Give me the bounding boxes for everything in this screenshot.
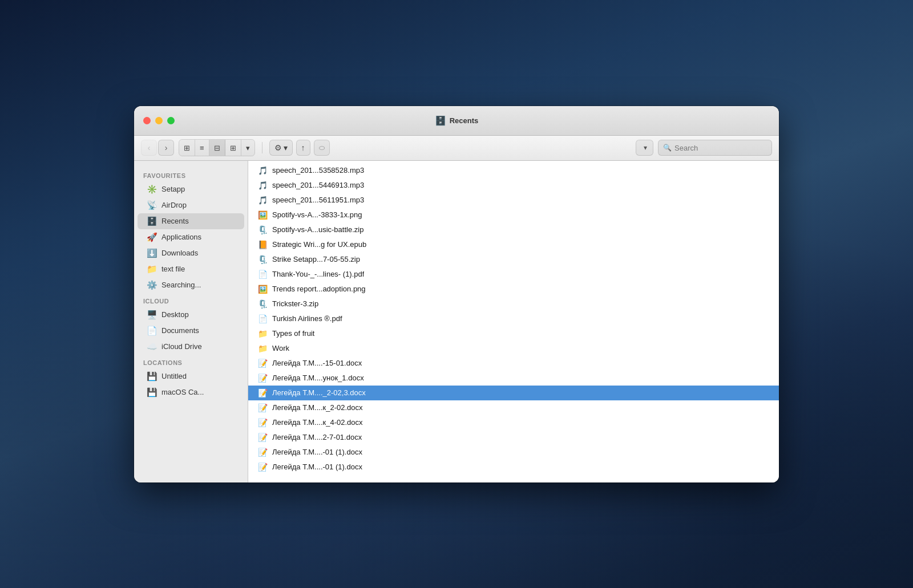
file-item[interactable]: 🖼️Trends report...adoption.png xyxy=(248,282,779,297)
nav-buttons: ‹ › xyxy=(141,140,174,156)
sort-button[interactable]: ▾ xyxy=(636,140,653,156)
close-button[interactable] xyxy=(143,117,151,124)
sidebar-item-textfile[interactable]: 📁 text file xyxy=(138,261,244,277)
file-name: Work xyxy=(272,344,289,352)
window-controls xyxy=(143,117,175,124)
file-icon: 🎵 xyxy=(257,195,268,205)
file-item[interactable]: 🗜️Trickster-3.zip xyxy=(248,297,779,311)
icloud-drive-icon: ☁️ xyxy=(147,342,157,352)
sidebar-item-icloud-drive[interactable]: ☁️ iCloud Drive xyxy=(138,339,244,355)
view-gallery-button[interactable]: ⊞ xyxy=(225,140,241,156)
view-column-button[interactable]: ⊟ xyxy=(209,140,225,156)
file-icon: 📝 xyxy=(257,462,268,472)
maximize-button[interactable] xyxy=(167,117,175,124)
file-item[interactable]: 📝Легейда Т.М....-15-01.docx xyxy=(248,356,779,371)
file-name: Strike Setapp...7-05-55.zip xyxy=(272,255,360,263)
sidebar-item-searching[interactable]: ⚙️ Searching... xyxy=(138,277,244,293)
sidebar-item-desktop[interactable]: 🖥️ Desktop xyxy=(138,307,244,323)
file-item[interactable]: 📁Work xyxy=(248,341,779,356)
file-item[interactable]: 📝Легейда Т.М....-01 (1).docx xyxy=(248,460,779,475)
minimize-button[interactable] xyxy=(155,117,163,124)
search-box[interactable]: 🔍 xyxy=(658,140,772,156)
file-item[interactable]: 🎵speech_201...5446913.mp3 xyxy=(248,178,779,193)
documents-icon: 📄 xyxy=(147,326,157,336)
file-name: Легейда Т.М...._2-02,3.docx xyxy=(272,388,366,397)
file-name: speech_201...5446913.mp3 xyxy=(272,181,364,189)
file-name: Легейда Т.М....унок_1.docx xyxy=(272,374,364,382)
share-icon: ↑ xyxy=(301,143,305,152)
file-name: Легейда Т.М....2-7-01.docx xyxy=(272,433,362,441)
sidebar-item-airdrop[interactable]: 📡 AirDrop xyxy=(138,197,244,213)
forward-button[interactable]: › xyxy=(158,140,174,156)
file-item[interactable]: 📝Легейда Т.М....к_2-02.docx xyxy=(248,400,779,415)
file-name: Легейда Т.М....к_4-02.docx xyxy=(272,418,363,427)
file-name: Легейда Т.М....-01 (1).docx xyxy=(272,463,362,471)
file-item[interactable]: 📝Легейда Т.М....-01 (1).docx xyxy=(248,445,779,460)
file-item[interactable]: 🎵speech_201...5611951.mp3 xyxy=(248,193,779,208)
file-item[interactable]: 🖼️Spotify-vs-A...-3833-1x.png xyxy=(248,208,779,222)
title-bar: 🗄️ Recents xyxy=(134,106,779,136)
search-icon: 🔍 xyxy=(663,144,672,152)
sidebar-item-setapp[interactable]: ✳️ Setapp xyxy=(138,181,244,197)
file-icon: 📁 xyxy=(257,329,268,339)
column-icon: ⊟ xyxy=(214,144,220,152)
file-item[interactable]: 📄Turkish Airlines ®.pdf xyxy=(248,311,779,326)
view-list-button[interactable]: ≡ xyxy=(195,140,209,156)
file-icon: 📝 xyxy=(257,417,268,428)
sidebar-item-macos-label: macOS Ca... xyxy=(161,388,204,396)
view-buttons: ⊞ ≡ ⊟ ⊞ ▾ xyxy=(179,139,255,156)
airdrop-icon: 📡 xyxy=(147,200,157,210)
file-icon: 🎵 xyxy=(257,180,268,190)
file-item[interactable]: 📁Types of fruit xyxy=(248,326,779,341)
file-name: Легейда Т.М....-01 (1).docx xyxy=(272,448,362,456)
sidebar-item-macos[interactable]: 💾 macOS Ca... xyxy=(138,384,244,400)
file-icon: 📝 xyxy=(257,358,268,368)
file-item[interactable]: 📝Легейда Т.М....унок_1.docx xyxy=(248,371,779,386)
grid-icon: ⊞ xyxy=(184,144,190,152)
file-name: Strategic Wri...g for UX.epub xyxy=(272,240,366,249)
file-name: Spotify-vs-A...usic-battle.zip xyxy=(272,225,363,234)
sidebar-item-downloads-label: Downloads xyxy=(161,249,198,257)
toolbar: ‹ › ⊞ ≡ ⊟ ⊞ ▾ ⚙ xyxy=(134,136,779,161)
action-buttons: ⚙ ▾ ↑ ⬭ xyxy=(269,140,330,156)
file-item[interactable]: 📄Thank-You-_-...lines- (1).pdf xyxy=(248,267,779,282)
sort-chevron: ▾ xyxy=(644,144,647,152)
tag-button[interactable]: ⬭ xyxy=(314,140,330,156)
file-item[interactable]: 📝Легейда Т.М...._2-02,3.docx xyxy=(248,386,779,400)
back-icon: ‹ xyxy=(148,143,151,152)
file-icon: 📝 xyxy=(257,447,268,457)
file-item[interactable]: 🎵speech_201...5358528.mp3 xyxy=(248,163,779,178)
sidebar-item-downloads[interactable]: ⬇️ Downloads xyxy=(138,245,244,261)
settings-button[interactable]: ⚙ ▾ xyxy=(269,140,293,156)
sidebar-item-untitled[interactable]: 💾 Untitled xyxy=(138,368,244,384)
file-item[interactable]: 📝Легейда Т.М....2-7-01.docx xyxy=(248,430,779,445)
forward-icon: › xyxy=(165,143,168,152)
file-icon: 🎵 xyxy=(257,165,268,176)
file-icon: 🗜️ xyxy=(257,225,268,235)
search-input[interactable] xyxy=(674,144,767,152)
sidebar-item-applications-label: Applications xyxy=(161,233,201,241)
file-item[interactable]: 🗜️Spotify-vs-A...usic-battle.zip xyxy=(248,222,779,237)
searching-icon: ⚙️ xyxy=(147,280,157,290)
recents-icon: 🗄️ xyxy=(147,216,157,226)
file-icon: 📝 xyxy=(257,432,268,443)
separator-1 xyxy=(262,142,262,153)
window-title: 🗄️ Recents xyxy=(435,115,479,126)
view-icon-button[interactable]: ⊞ xyxy=(179,140,195,156)
sidebar: Favourites ✳️ Setapp 📡 AirDrop 🗄️ Recent… xyxy=(134,161,248,482)
sidebar-item-documents-label: Documents xyxy=(161,326,199,335)
file-item[interactable]: 📙Strategic Wri...g for UX.epub xyxy=(248,237,779,252)
share-button[interactable]: ↑ xyxy=(296,140,310,156)
sidebar-item-icloud-drive-label: iCloud Drive xyxy=(161,342,202,351)
file-item[interactable]: 📝Легейда Т.М....к_4-02.docx xyxy=(248,415,779,430)
view-dropdown-button[interactable]: ▾ xyxy=(241,140,254,156)
sidebar-item-desktop-label: Desktop xyxy=(161,310,189,319)
file-item[interactable]: 🗜️Strike Setapp...7-05-55.zip xyxy=(248,252,779,267)
sidebar-item-recents[interactable]: 🗄️ Recents xyxy=(138,213,244,229)
back-button[interactable]: ‹ xyxy=(141,140,157,156)
sidebar-item-documents[interactable]: 📄 Documents xyxy=(138,323,244,339)
untitled-icon: 💾 xyxy=(147,371,157,382)
sidebar-item-searching-label: Searching... xyxy=(161,281,201,289)
sidebar-item-applications[interactable]: 🚀 Applications xyxy=(138,229,244,245)
file-icon: 🖼️ xyxy=(257,210,268,220)
